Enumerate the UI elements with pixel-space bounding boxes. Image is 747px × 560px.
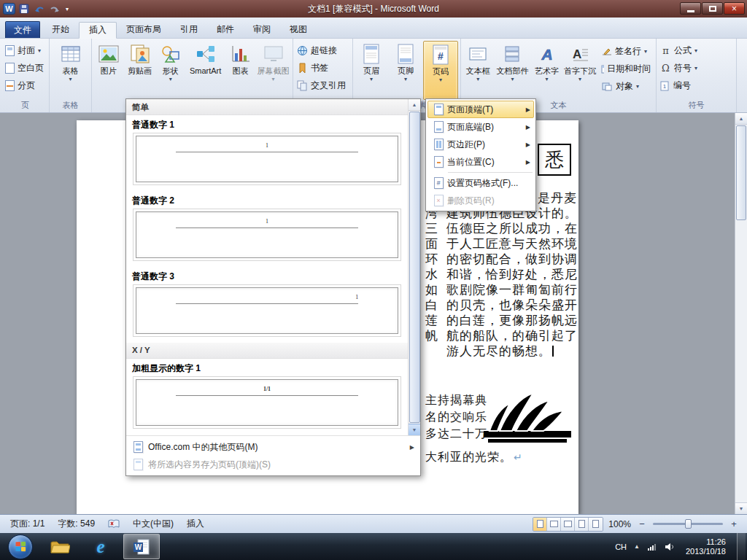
tab-references[interactable]: 引用 (171, 21, 207, 38)
tab-file[interactable]: 文件 (5, 21, 40, 38)
view-fullscreen-reading-button[interactable] (547, 518, 561, 531)
view-draft-button[interactable] (589, 518, 603, 531)
tab-home[interactable]: 开始 (42, 21, 79, 38)
footer-button[interactable]: 页脚 ▾ (389, 41, 422, 100)
word-count[interactable]: 字数: 549 (52, 518, 101, 531)
save-button[interactable] (18, 3, 31, 15)
zoom-level[interactable]: 100% (608, 519, 631, 529)
gallery-item-plain-number-3[interactable]: 1 (133, 284, 401, 337)
tab-page-layout[interactable]: 页面布局 (117, 21, 171, 38)
body-line: 的密切配合，做到协调 (446, 252, 592, 267)
scroll-down-button[interactable]: ▼ (735, 502, 747, 514)
hyperlink-button[interactable]: 超链接 (295, 43, 351, 58)
smartart-button[interactable]: SmartArt (185, 41, 225, 100)
redo-button[interactable] (48, 3, 61, 15)
tab-review[interactable]: 审阅 (244, 21, 280, 38)
start-button[interactable] (8, 534, 33, 559)
object-button[interactable]: 对象 ▾ (599, 79, 653, 94)
gallery-item-plain-number-1[interactable]: 1 (133, 133, 401, 185)
zoom-slider-thumb[interactable] (685, 519, 692, 529)
view-outline-button[interactable] (575, 518, 589, 531)
input-language-indicator[interactable]: CH (615, 542, 627, 551)
maximize-button[interactable] (702, 2, 723, 15)
signature-line-button[interactable]: 签名行 ▾ (599, 44, 653, 59)
tray-clock[interactable]: 11:26 2013/10/18 (682, 537, 729, 556)
gallery-item-plain-number-2[interactable]: 1 (133, 209, 401, 261)
save-icon (19, 4, 29, 14)
clipart-button[interactable]: 剪贴画 (124, 41, 155, 100)
folder-icon (50, 539, 70, 555)
redo-icon (50, 4, 60, 13)
cross-reference-button[interactable]: 交叉引用 (295, 78, 351, 93)
undo-icon (34, 4, 44, 13)
zoom-out-button[interactable]: − (636, 518, 648, 530)
close-button[interactable]: × (724, 2, 745, 15)
scroll-down-button[interactable]: ▼ (409, 424, 421, 435)
tray-expand-icon[interactable]: ▲ (634, 543, 640, 550)
wordart-button[interactable]: A 艺术字 ▾ (531, 41, 562, 100)
number-button[interactable]: 1 编号 (658, 78, 735, 93)
scrollbar-thumb[interactable] (409, 112, 420, 423)
opera-house-clipart[interactable] (482, 384, 573, 444)
svg-text:W: W (135, 543, 142, 551)
blank-page-button[interactable]: 空白页 (3, 61, 47, 76)
preview-rule (176, 228, 359, 228)
page-indicator[interactable]: 页面: 1/1 (4, 518, 50, 531)
scroll-up-button[interactable]: ▲ (409, 99, 421, 111)
cover-page-button[interactable]: 封面 ▾ (3, 43, 47, 58)
body-line: 的白莲，更像那扬帆远 (446, 313, 592, 328)
zoom-slider[interactable] (653, 523, 723, 525)
table-button[interactable]: 表格 ▾ (61, 41, 81, 100)
object-icon (601, 82, 613, 92)
menu-item-current-position[interactable]: 当前位置(C) ▶ (427, 153, 534, 171)
tab-view[interactable]: 视图 (280, 21, 317, 38)
network-icon[interactable] (647, 542, 657, 551)
menu-item-format-page-numbers[interactable]: # 设置页码格式(F)... (427, 174, 534, 192)
language-indicator[interactable]: 中文(中国) (127, 518, 179, 531)
insert-mode-indicator[interactable]: 插入 (181, 518, 210, 531)
date-time-button[interactable]: 日期和时间 (599, 61, 653, 77)
minimize-button[interactable] (680, 2, 701, 15)
gallery-item-bold-number-1[interactable]: 1/1 (133, 376, 401, 429)
gallery-scrollbar[interactable]: ▲ ▼ (408, 99, 420, 435)
page-break-button[interactable]: 分页 (3, 78, 47, 93)
view-print-layout-button[interactable] (533, 518, 547, 531)
chart-button[interactable]: 图表 (226, 41, 255, 100)
quick-parts-icon (503, 44, 521, 63)
tab-mailings[interactable]: 邮件 (207, 21, 244, 38)
more-page-numbers-item[interactable]: Office.com 中的其他页码(M) ▶ (128, 438, 419, 456)
menu-item-page-margins[interactable]: 页边距(P) ▶ (427, 136, 534, 153)
proofing-status[interactable] (102, 518, 125, 531)
equation-button[interactable]: π 公式 ▾ (658, 43, 735, 58)
scroll-up-button[interactable]: ▲ (735, 113, 747, 125)
tab-insert[interactable]: 插入 (79, 22, 117, 39)
view-web-layout-button[interactable] (561, 518, 575, 531)
gallery-preview: 1 (136, 136, 398, 182)
taskbar-explorer-button[interactable] (42, 534, 78, 559)
header-button[interactable]: 页眉 ▾ (355, 41, 388, 100)
taskbar-word-button[interactable]: W (123, 534, 160, 559)
taskbar-ie-button[interactable]: e (82, 534, 119, 559)
bookmark-button[interactable]: 书签 (295, 61, 351, 76)
clipart-icon (131, 44, 150, 63)
undo-button[interactable] (33, 3, 46, 15)
document-scrollbar[interactable]: ▲ ▼ (735, 113, 747, 514)
show-desktop-button[interactable] (737, 533, 746, 560)
page-number-menu: 页面顶端(T) ▶ 页面底端(B) ▶ 页边距(P) ▶ 当前位置(C) ▶ #… (425, 98, 536, 211)
quick-parts-button[interactable]: 文档部件 ▾ (494, 41, 530, 100)
fullscreen-reading-icon (550, 521, 558, 527)
drop-cap-button[interactable]: A 首字下沉 ▾ (563, 41, 597, 100)
menu-item-top-of-page[interactable]: 页面顶端(T) ▶ (427, 101, 534, 118)
speaker-icon[interactable] (665, 542, 675, 551)
picture-button[interactable]: 图片 (93, 41, 123, 100)
word-app-icon[interactable]: W (3, 3, 15, 15)
scrollbar-thumb[interactable] (736, 125, 746, 220)
zoom-in-button[interactable]: + (728, 518, 740, 530)
symbol-button[interactable]: Ω 符号 ▾ (658, 61, 735, 76)
page-number-button[interactable]: # 页码 ▾ (423, 41, 458, 100)
qat-customize-button[interactable]: ▾ (63, 3, 71, 15)
textbox-button[interactable]: 文本框 ▾ (462, 41, 493, 100)
menu-item-bottom-of-page[interactable]: 页面底端(B) ▶ (427, 118, 534, 136)
shapes-button[interactable]: 形状 ▾ (156, 41, 185, 100)
body-line: 歌剧院像一群匍匐前行 (446, 282, 592, 298)
